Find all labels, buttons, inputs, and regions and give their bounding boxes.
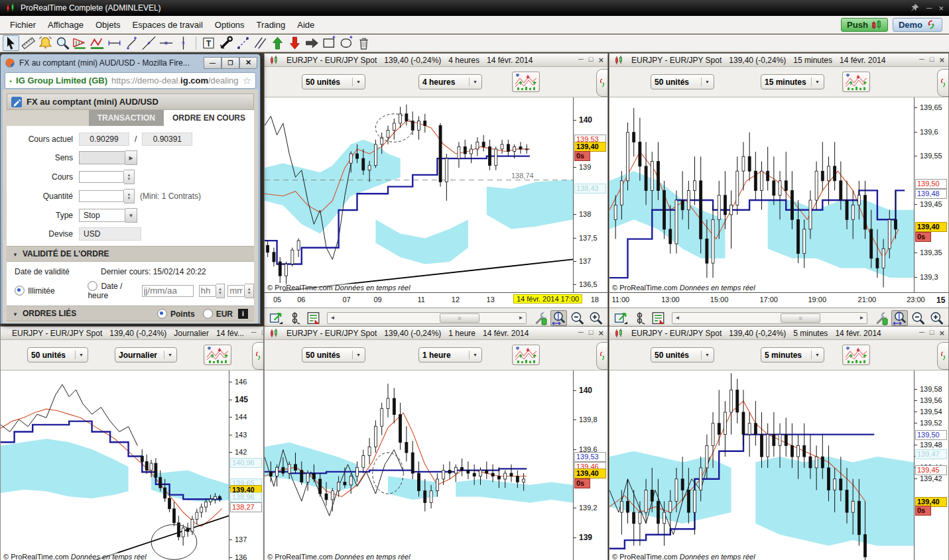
minimize-button[interactable] (251, 328, 257, 338)
ellipse-icon[interactable] (338, 35, 355, 51)
illimitee-radio[interactable] (15, 286, 25, 296)
browser-titlebar[interactable]: FX au comptant (mini) AUD/USD - Mozilla … (1, 54, 260, 70)
url-bar[interactable]: IG Group Limited (GB) https://demo-deal.… (5, 72, 256, 89)
price-axis[interactable]: 146145144143142140137136140,96139,65139,… (229, 370, 263, 560)
date-input[interactable] (142, 285, 194, 297)
price-axis[interactable]: 139,65139,6139,55139,45139,35139,3139,50… (914, 97, 948, 292)
date-heure-radio[interactable] (88, 281, 97, 291)
points-option[interactable]: Points (157, 309, 195, 319)
arrow-up-icon[interactable] (269, 35, 286, 51)
close-button[interactable] (598, 55, 603, 65)
timeframe-select[interactable]: 15 minutes (761, 74, 824, 89)
eur-radio[interactable] (203, 309, 213, 319)
chart-plot[interactable]: © ProRealTime.com Données en temps réel … (265, 97, 573, 292)
dotted-line-icon[interactable] (235, 35, 251, 51)
units-select[interactable]: 50 unités (651, 74, 714, 89)
menu-affichage[interactable]: Affichage (42, 18, 90, 32)
chart-scrollbar[interactable]: ◄≡► (327, 312, 527, 324)
close-button[interactable] (598, 328, 603, 338)
chart-window-titlebar[interactable]: EURJPY - EUR/JPY Spot 139,40 (-0,24%) 15… (609, 54, 948, 67)
chart-type-button[interactable] (842, 72, 870, 92)
chart-type-button[interactable] (512, 72, 540, 92)
maximize-button[interactable] (930, 328, 934, 338)
order-panel-tab[interactable] (596, 342, 607, 370)
ruler-icon[interactable] (20, 35, 36, 51)
chart-plot[interactable]: © ProRealTime.com Données en temps réel (609, 370, 914, 560)
minimize-button[interactable] (919, 328, 924, 338)
maximize-button[interactable] (589, 328, 594, 338)
minimize-button[interactable] (578, 55, 584, 65)
cours-stepper[interactable] (124, 170, 135, 184)
info-icon[interactable]: i (238, 309, 248, 319)
units-select[interactable]: 50 unités (302, 74, 365, 89)
price-scale-icon[interactable] (286, 310, 303, 326)
scroll-thumb[interactable]: ≡ (781, 313, 820, 323)
illimitee-option[interactable]: Illimitée (15, 286, 88, 296)
chart-plot[interactable]: © ProRealTime.com Données en temps réel (265, 370, 573, 560)
price-axis[interactable]: 140139138137,5137136,5139,53139,400s138,… (573, 97, 607, 292)
site-identity[interactable]: IG Group Limited (GB) (16, 76, 107, 85)
arrow-down-icon[interactable] (286, 35, 303, 51)
export-chart-icon[interactable] (613, 310, 629, 326)
order-panel-tab[interactable] (596, 69, 607, 97)
scroll-right-icon[interactable]: ► (857, 313, 866, 321)
zoom-out-icon[interactable] (569, 310, 586, 326)
display-settings-icon[interactable] (305, 310, 322, 326)
hour-stepper[interactable] (216, 284, 225, 298)
scroll-left-icon[interactable]: ◄ (328, 313, 337, 321)
chart-wrench-icon[interactable] (873, 310, 889, 326)
pin-icon[interactable] (909, 3, 920, 13)
scroll-right-icon[interactable]: ► (517, 313, 525, 321)
display-settings-icon[interactable] (650, 310, 666, 326)
menu-fichier[interactable]: Fichier (4, 18, 42, 32)
zoom-out-icon[interactable] (910, 310, 926, 326)
maximize-button[interactable] (930, 55, 934, 65)
units-select[interactable]: 50 unités (302, 347, 365, 363)
section-validite[interactable]: VALIDITÉ DE L'ORDRE (7, 246, 254, 262)
trash-icon[interactable] (355, 35, 372, 51)
chart-wrench-icon[interactable] (532, 310, 548, 326)
timeframe-select[interactable]: 1 heure (418, 347, 482, 363)
line-icon[interactable] (141, 35, 157, 51)
time-axis[interactable]: 0506070911121314 févr. 2014 17:0018 (265, 292, 607, 308)
pattern-detect-icon[interactable] (72, 35, 88, 51)
chart-plot[interactable]: © ProRealTime.com Données en temps réel (1, 370, 229, 560)
export-chart-icon[interactable] (268, 310, 285, 326)
push-button[interactable]: Push (841, 18, 888, 32)
arrow-right-icon[interactable] (304, 35, 320, 51)
demo-button[interactable]: Demo (893, 18, 942, 32)
quantite-stepper[interactable] (124, 189, 135, 203)
drawing-tools-icon[interactable] (218, 35, 234, 51)
menu-options[interactable]: Options (209, 18, 251, 32)
cours-input[interactable] (79, 171, 124, 183)
price-axis[interactable]: 140139,8139,6139,2139139,53139,46139,400… (573, 370, 607, 560)
horizontal-line-icon[interactable] (158, 35, 174, 51)
tab-ordre-en-cours[interactable]: ORDRE EN COURS (164, 110, 254, 126)
zoom-icon[interactable] (54, 35, 71, 51)
minute-stepper[interactable] (245, 284, 254, 298)
bookmark-star-icon[interactable]: ☆ (243, 75, 251, 87)
chart-window-titlebar[interactable]: EURJPY - EUR/JPY Spot 139,40 (-0,24%) 5 … (609, 327, 948, 340)
pointer-icon[interactable] (3, 35, 19, 51)
app-minimize-button[interactable] (926, 3, 932, 13)
timeframe-select[interactable]: 4 heures (418, 74, 482, 89)
menu-objets[interactable]: Objets (90, 18, 127, 32)
rectangle-icon[interactable] (321, 35, 338, 51)
menu-espaces-de-travail[interactable]: Espaces de travail (127, 18, 209, 32)
menu-trading[interactable]: Trading (251, 18, 292, 32)
chart-window-titlebar[interactable]: EURJPY - EUR/JPY Spot 139,40 (-0,24%) 1 … (265, 327, 607, 340)
close-button[interactable] (939, 328, 944, 338)
zoom-in-icon[interactable] (928, 310, 945, 326)
maximize-button[interactable] (262, 328, 263, 338)
chart-window-titlebar[interactable]: EURJPY - EUR/JPY Spot 139,40 (-0,24%) 4 … (265, 54, 607, 67)
zoom-fit-icon[interactable] (550, 310, 567, 326)
chart-type-button[interactable] (842, 345, 870, 365)
chart-type-button[interactable] (204, 345, 231, 365)
points-radio[interactable] (157, 309, 167, 319)
minimize-button[interactable] (919, 55, 924, 65)
maximize-button[interactable] (589, 55, 594, 65)
horizontal-segment-icon[interactable] (106, 35, 123, 51)
type-arrow-icon[interactable]: ▼ (125, 208, 137, 223)
segment-icon[interactable] (123, 35, 140, 51)
units-select[interactable]: 50 unités (651, 347, 714, 363)
